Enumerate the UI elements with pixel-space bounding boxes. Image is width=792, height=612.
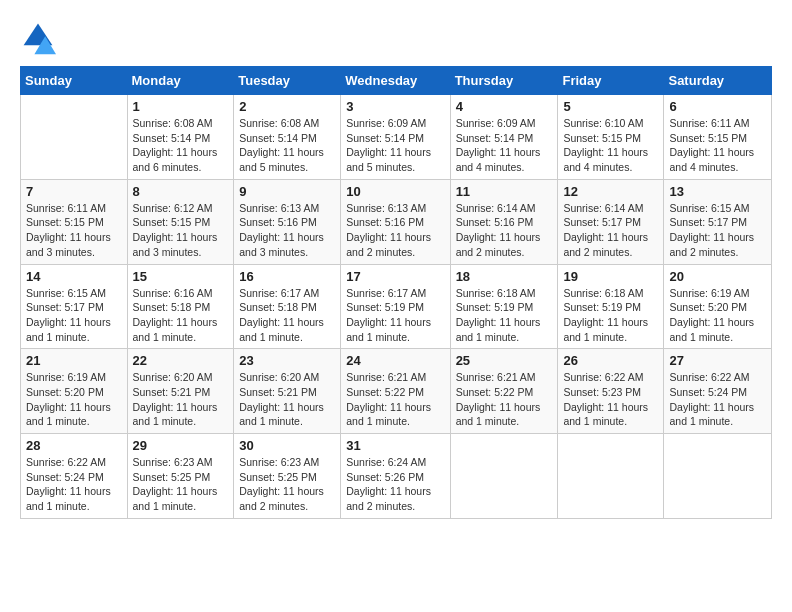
day-number: 19 [563, 269, 658, 284]
day-number: 29 [133, 438, 229, 453]
day-number: 20 [669, 269, 766, 284]
day-cell: 21Sunrise: 6:19 AM Sunset: 5:20 PM Dayli… [21, 349, 128, 434]
day-info: Sunrise: 6:11 AM Sunset: 5:15 PM Dayligh… [26, 201, 122, 260]
week-row-3: 14Sunrise: 6:15 AM Sunset: 5:17 PM Dayli… [21, 264, 772, 349]
day-info: Sunrise: 6:18 AM Sunset: 5:19 PM Dayligh… [563, 286, 658, 345]
week-row-5: 28Sunrise: 6:22 AM Sunset: 5:24 PM Dayli… [21, 434, 772, 519]
day-cell [664, 434, 772, 519]
day-info: Sunrise: 6:23 AM Sunset: 5:25 PM Dayligh… [133, 455, 229, 514]
day-cell [450, 434, 558, 519]
day-info: Sunrise: 6:15 AM Sunset: 5:17 PM Dayligh… [669, 201, 766, 260]
day-cell: 28Sunrise: 6:22 AM Sunset: 5:24 PM Dayli… [21, 434, 128, 519]
header-cell-tuesday: Tuesday [234, 67, 341, 95]
day-info: Sunrise: 6:11 AM Sunset: 5:15 PM Dayligh… [669, 116, 766, 175]
day-number: 11 [456, 184, 553, 199]
day-cell: 27Sunrise: 6:22 AM Sunset: 5:24 PM Dayli… [664, 349, 772, 434]
calendar-table: SundayMondayTuesdayWednesdayThursdayFrid… [20, 66, 772, 519]
day-info: Sunrise: 6:17 AM Sunset: 5:18 PM Dayligh… [239, 286, 335, 345]
logo-icon [20, 20, 56, 56]
day-info: Sunrise: 6:18 AM Sunset: 5:19 PM Dayligh… [456, 286, 553, 345]
day-number: 9 [239, 184, 335, 199]
day-number: 27 [669, 353, 766, 368]
day-info: Sunrise: 6:14 AM Sunset: 5:17 PM Dayligh… [563, 201, 658, 260]
day-info: Sunrise: 6:22 AM Sunset: 5:24 PM Dayligh… [26, 455, 122, 514]
day-cell: 15Sunrise: 6:16 AM Sunset: 5:18 PM Dayli… [127, 264, 234, 349]
day-info: Sunrise: 6:08 AM Sunset: 5:14 PM Dayligh… [133, 116, 229, 175]
day-cell: 12Sunrise: 6:14 AM Sunset: 5:17 PM Dayli… [558, 179, 664, 264]
day-cell: 16Sunrise: 6:17 AM Sunset: 5:18 PM Dayli… [234, 264, 341, 349]
day-cell: 8Sunrise: 6:12 AM Sunset: 5:15 PM Daylig… [127, 179, 234, 264]
day-number: 16 [239, 269, 335, 284]
day-cell: 3Sunrise: 6:09 AM Sunset: 5:14 PM Daylig… [341, 95, 450, 180]
day-cell: 2Sunrise: 6:08 AM Sunset: 5:14 PM Daylig… [234, 95, 341, 180]
day-cell: 31Sunrise: 6:24 AM Sunset: 5:26 PM Dayli… [341, 434, 450, 519]
day-cell: 29Sunrise: 6:23 AM Sunset: 5:25 PM Dayli… [127, 434, 234, 519]
day-number: 4 [456, 99, 553, 114]
day-number: 23 [239, 353, 335, 368]
day-cell: 7Sunrise: 6:11 AM Sunset: 5:15 PM Daylig… [21, 179, 128, 264]
day-cell: 14Sunrise: 6:15 AM Sunset: 5:17 PM Dayli… [21, 264, 128, 349]
day-info: Sunrise: 6:15 AM Sunset: 5:17 PM Dayligh… [26, 286, 122, 345]
day-info: Sunrise: 6:19 AM Sunset: 5:20 PM Dayligh… [669, 286, 766, 345]
day-cell: 13Sunrise: 6:15 AM Sunset: 5:17 PM Dayli… [664, 179, 772, 264]
day-number: 3 [346, 99, 444, 114]
day-number: 28 [26, 438, 122, 453]
day-info: Sunrise: 6:23 AM Sunset: 5:25 PM Dayligh… [239, 455, 335, 514]
day-info: Sunrise: 6:21 AM Sunset: 5:22 PM Dayligh… [456, 370, 553, 429]
day-number: 10 [346, 184, 444, 199]
day-info: Sunrise: 6:21 AM Sunset: 5:22 PM Dayligh… [346, 370, 444, 429]
day-number: 1 [133, 99, 229, 114]
week-row-1: 1Sunrise: 6:08 AM Sunset: 5:14 PM Daylig… [21, 95, 772, 180]
day-info: Sunrise: 6:09 AM Sunset: 5:14 PM Dayligh… [456, 116, 553, 175]
day-cell [21, 95, 128, 180]
day-number: 18 [456, 269, 553, 284]
day-number: 7 [26, 184, 122, 199]
day-number: 2 [239, 99, 335, 114]
week-row-4: 21Sunrise: 6:19 AM Sunset: 5:20 PM Dayli… [21, 349, 772, 434]
day-number: 25 [456, 353, 553, 368]
page-header [20, 20, 772, 56]
day-info: Sunrise: 6:22 AM Sunset: 5:23 PM Dayligh… [563, 370, 658, 429]
day-info: Sunrise: 6:14 AM Sunset: 5:16 PM Dayligh… [456, 201, 553, 260]
day-info: Sunrise: 6:24 AM Sunset: 5:26 PM Dayligh… [346, 455, 444, 514]
day-cell: 30Sunrise: 6:23 AM Sunset: 5:25 PM Dayli… [234, 434, 341, 519]
day-number: 22 [133, 353, 229, 368]
day-cell: 4Sunrise: 6:09 AM Sunset: 5:14 PM Daylig… [450, 95, 558, 180]
day-number: 21 [26, 353, 122, 368]
day-cell: 26Sunrise: 6:22 AM Sunset: 5:23 PM Dayli… [558, 349, 664, 434]
day-cell: 20Sunrise: 6:19 AM Sunset: 5:20 PM Dayli… [664, 264, 772, 349]
day-cell [558, 434, 664, 519]
day-cell: 18Sunrise: 6:18 AM Sunset: 5:19 PM Dayli… [450, 264, 558, 349]
day-info: Sunrise: 6:19 AM Sunset: 5:20 PM Dayligh… [26, 370, 122, 429]
day-info: Sunrise: 6:17 AM Sunset: 5:19 PM Dayligh… [346, 286, 444, 345]
day-info: Sunrise: 6:13 AM Sunset: 5:16 PM Dayligh… [346, 201, 444, 260]
day-info: Sunrise: 6:20 AM Sunset: 5:21 PM Dayligh… [239, 370, 335, 429]
day-cell: 25Sunrise: 6:21 AM Sunset: 5:22 PM Dayli… [450, 349, 558, 434]
day-info: Sunrise: 6:10 AM Sunset: 5:15 PM Dayligh… [563, 116, 658, 175]
calendar-header: SundayMondayTuesdayWednesdayThursdayFrid… [21, 67, 772, 95]
day-cell: 9Sunrise: 6:13 AM Sunset: 5:16 PM Daylig… [234, 179, 341, 264]
day-number: 31 [346, 438, 444, 453]
day-info: Sunrise: 6:09 AM Sunset: 5:14 PM Dayligh… [346, 116, 444, 175]
header-cell-friday: Friday [558, 67, 664, 95]
day-number: 30 [239, 438, 335, 453]
day-number: 5 [563, 99, 658, 114]
day-number: 26 [563, 353, 658, 368]
day-cell: 24Sunrise: 6:21 AM Sunset: 5:22 PM Dayli… [341, 349, 450, 434]
day-number: 13 [669, 184, 766, 199]
day-number: 14 [26, 269, 122, 284]
day-info: Sunrise: 6:13 AM Sunset: 5:16 PM Dayligh… [239, 201, 335, 260]
header-cell-thursday: Thursday [450, 67, 558, 95]
day-info: Sunrise: 6:20 AM Sunset: 5:21 PM Dayligh… [133, 370, 229, 429]
header-row: SundayMondayTuesdayWednesdayThursdayFrid… [21, 67, 772, 95]
day-cell: 23Sunrise: 6:20 AM Sunset: 5:21 PM Dayli… [234, 349, 341, 434]
day-info: Sunrise: 6:16 AM Sunset: 5:18 PM Dayligh… [133, 286, 229, 345]
header-cell-sunday: Sunday [21, 67, 128, 95]
day-number: 15 [133, 269, 229, 284]
header-cell-saturday: Saturday [664, 67, 772, 95]
week-row-2: 7Sunrise: 6:11 AM Sunset: 5:15 PM Daylig… [21, 179, 772, 264]
day-number: 17 [346, 269, 444, 284]
day-cell: 5Sunrise: 6:10 AM Sunset: 5:15 PM Daylig… [558, 95, 664, 180]
day-number: 24 [346, 353, 444, 368]
day-cell: 11Sunrise: 6:14 AM Sunset: 5:16 PM Dayli… [450, 179, 558, 264]
